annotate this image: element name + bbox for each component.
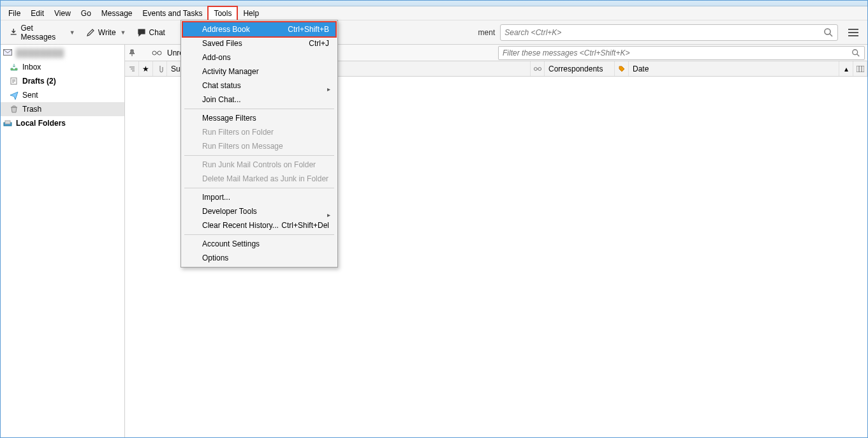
folder-label: Sent (22, 91, 38, 100)
write-label: Write (98, 28, 116, 37)
folder-inbox[interactable]: Inbox (1, 60, 124, 74)
shortcut-label: Ctrl+Shift+Del (281, 221, 329, 230)
shortcut-label: Ctrl+J (309, 39, 329, 48)
inbox-icon (10, 63, 18, 72)
folder-sent[interactable]: Sent (1, 88, 124, 102)
col-date[interactable]: Date (629, 61, 839, 76)
menu-file-label: File (8, 9, 20, 18)
tools-dropdown: Address Book Ctrl+Shift+B Saved Files Ct… (180, 20, 338, 268)
menu-message-filters[interactable]: Message Filters (183, 111, 335, 125)
toolbar: Get Messages ▼ Write ▼ Chat ment (1, 20, 867, 45)
label: Developer Tools (202, 207, 257, 216)
menu-junk-controls: Run Junk Mail Controls on Folder (183, 158, 335, 172)
svg-point-6 (158, 51, 161, 55)
menu-add-ons[interactable]: Add-ons (183, 50, 335, 64)
pencil-icon (86, 28, 95, 37)
menu-chat-status-label: Chat status (202, 81, 241, 90)
search-input[interactable] (504, 28, 823, 37)
label: Clear Recent History... (202, 221, 279, 230)
download-icon (10, 28, 18, 37)
label: Run Filters on Message (202, 142, 283, 151)
chevron-down-icon[interactable]: ▼ (119, 29, 124, 36)
menu-message-label: Message (101, 9, 133, 18)
menu-view[interactable]: View (49, 7, 76, 20)
folder-label: Drafts (2) (22, 77, 56, 86)
menu-tools[interactable]: Tools (207, 6, 238, 21)
chevron-down-icon[interactable]: ▼ (68, 29, 73, 36)
filter-input[interactable] (503, 49, 851, 57)
menu-activity-manager[interactable]: Activity Manager (183, 64, 335, 79)
menu-go[interactable]: Go (76, 7, 96, 20)
search-icon[interactable] (823, 27, 834, 38)
menu-events[interactable]: Events and Tasks (138, 7, 208, 20)
col-picker[interactable] (853, 61, 867, 76)
menu-msg-filters-label: Message Filters (202, 114, 256, 123)
menu-developer-tools[interactable]: Developer Tools (183, 204, 335, 218)
svg-rect-10 (857, 66, 864, 72)
mail-icon (3, 49, 12, 57)
menu-delete-junk: Delete Mail Marked as Junk in Folder (183, 172, 335, 186)
svg-point-9 (538, 67, 541, 70)
menu-import[interactable]: Import... (183, 190, 335, 204)
col-sort-indicator[interactable]: ▴ (839, 61, 853, 76)
menubar: File Edit View Go Message Events and Tas… (1, 6, 867, 20)
menu-help[interactable]: Help (238, 7, 264, 20)
label: Account Settings (202, 239, 260, 248)
col-attachment[interactable] (153, 61, 167, 76)
menu-options[interactable]: Options (183, 251, 335, 265)
shortcut-label: Ctrl+Shift+B (288, 25, 329, 34)
menu-join-chat[interactable]: Join Chat... (183, 93, 335, 107)
menu-chat-status[interactable]: Chat status (183, 79, 335, 93)
menu-address-book-label: Address Book (202, 25, 250, 34)
account-row[interactable]: ████████ (1, 46, 124, 60)
folder-pane: ████████ Inbox Drafts (2) Sent Trash Loc… (1, 45, 125, 437)
filter-messages[interactable] (498, 46, 865, 60)
menu-separator (184, 155, 334, 156)
col-correspondents[interactable]: Correspondents (545, 61, 615, 76)
title-bar (1, 1, 867, 6)
svg-point-5 (152, 51, 156, 55)
menu-tools-label: Tools (214, 9, 232, 18)
global-search[interactable] (500, 24, 838, 41)
col-tag[interactable] (615, 61, 629, 76)
menu-addons-label: Add-ons (202, 53, 231, 62)
svg-point-0 (825, 29, 830, 34)
sent-icon (10, 91, 18, 100)
col-read[interactable] (531, 61, 545, 76)
get-messages-button[interactable]: Get Messages ▼ (4, 21, 78, 44)
glasses-icon[interactable] (152, 50, 162, 56)
menu-clear-history[interactable]: Clear Recent History... Ctrl+Shift+Del (183, 218, 335, 232)
col-thread[interactable] (125, 61, 139, 76)
menu-join-chat-label: Join Chat... (202, 95, 241, 104)
menu-file[interactable]: File (3, 7, 26, 20)
search-icon[interactable] (851, 49, 860, 57)
folder-label: Inbox (22, 63, 41, 72)
col-star[interactable]: ★ (139, 61, 153, 76)
folder-label: Local Folders (16, 119, 66, 128)
get-messages-label: Get Messages (21, 24, 65, 42)
folder-trash[interactable]: Trash (1, 102, 124, 116)
folder-drafts[interactable]: Drafts (2) (1, 74, 124, 88)
menu-edit[interactable]: Edit (26, 7, 49, 20)
col-label: Correspondents (548, 64, 603, 73)
folder-label: Trash (22, 105, 41, 114)
label: Run Filters on Folder (202, 128, 274, 137)
label: Run Junk Mail Controls on Folder (202, 160, 316, 169)
menu-run-filters-folder: Run Filters on Folder (183, 125, 335, 139)
chat-button[interactable]: Chat (132, 26, 170, 40)
menu-account-settings[interactable]: Account Settings (183, 237, 335, 251)
local-folders[interactable]: Local Folders (1, 116, 124, 130)
write-button[interactable]: Write ▼ (81, 26, 129, 40)
pin-icon[interactable] (128, 49, 136, 57)
label: Import... (202, 193, 230, 202)
menu-view-label: View (54, 9, 71, 18)
chat-icon (137, 28, 146, 37)
drafts-icon (10, 77, 18, 86)
menu-address-book[interactable]: Address Book Ctrl+Shift+B (183, 22, 335, 36)
menu-saved-files[interactable]: Saved Files Ctrl+J (183, 36, 335, 50)
svg-point-8 (534, 67, 537, 70)
app-menu-button[interactable] (846, 24, 861, 41)
col-label: Date (633, 64, 649, 73)
menu-message[interactable]: Message (96, 7, 138, 20)
svg-point-7 (853, 49, 858, 54)
